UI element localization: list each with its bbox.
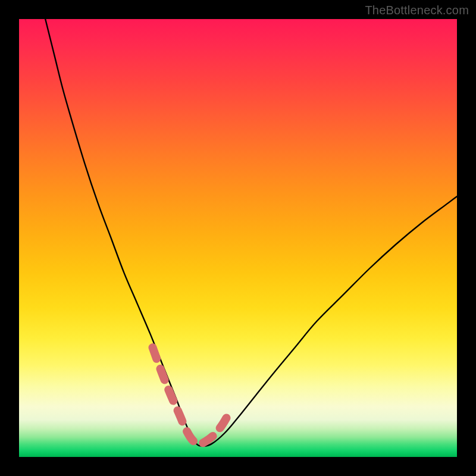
dashed-highlight [153, 347, 232, 444]
watermark-text: TheBottleneck.com [365, 4, 469, 17]
plot-area [19, 19, 457, 457]
curve-layer [19, 19, 457, 457]
outer-frame: TheBottleneck.com [0, 0, 476, 476]
bottleneck-curve [45, 19, 457, 446]
